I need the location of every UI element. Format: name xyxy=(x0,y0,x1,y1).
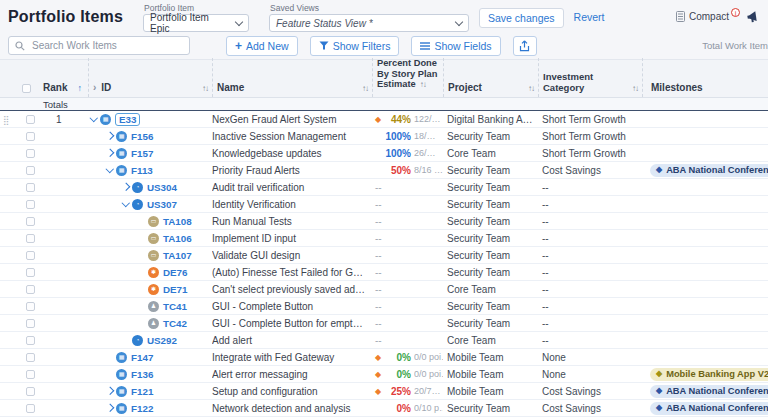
drag-handle-icon[interactable]: ⣿ xyxy=(0,115,10,125)
row-checkbox[interactable] xyxy=(26,353,35,362)
work-item-id-link[interactable]: F157 xyxy=(131,148,153,159)
table-row[interactable]: ✱DE71Can't select previously saved addre… xyxy=(0,281,768,298)
column-header-project[interactable]: Project ↑↓ xyxy=(443,58,538,97)
milestone-badge[interactable]: ◆ABA National Conference xyxy=(650,164,768,177)
row-checkbox[interactable] xyxy=(26,115,35,124)
work-item-id-link[interactable]: F122 xyxy=(131,403,153,414)
column-header-id[interactable]: ›ID ↑↓ xyxy=(88,58,212,97)
table-row[interactable]: ▦F147Integrate with Fed Gateway◆0%0/0 po… xyxy=(0,349,768,366)
expand-chevron-slot[interactable] xyxy=(104,388,116,394)
row-checkbox[interactable] xyxy=(26,200,35,209)
work-item-id-link[interactable]: DE76 xyxy=(163,267,188,278)
row-checkbox[interactable] xyxy=(26,319,35,328)
table-row[interactable]: ▭TA107Validate GUI design--Security Team… xyxy=(0,247,768,264)
row-checkbox[interactable] xyxy=(26,336,35,345)
save-changes-button[interactable]: Save changes xyxy=(479,8,564,28)
expand-chevron-icon[interactable] xyxy=(106,387,114,395)
expand-chevron-slot[interactable] xyxy=(120,202,132,206)
expand-chevron-icon[interactable] xyxy=(90,114,98,122)
show-filters-button[interactable]: Show Filters xyxy=(310,36,400,56)
saved-views-select[interactable]: Feature Status View * xyxy=(269,14,469,32)
milestone-badge[interactable]: ◆ABA National Conference xyxy=(650,385,768,398)
row-checkbox[interactable] xyxy=(26,404,35,413)
column-header-investment-category[interactable]: Investment Category↑↓ xyxy=(538,58,642,97)
work-item-id-link[interactable]: F113 xyxy=(131,165,153,176)
row-checkbox[interactable] xyxy=(26,132,35,141)
row-checkbox[interactable] xyxy=(26,183,35,192)
work-item-id-link[interactable]: TA108 xyxy=(163,216,192,227)
work-item-id-link[interactable]: F156 xyxy=(131,131,153,142)
work-item-id-link[interactable]: F147 xyxy=(131,352,153,363)
expand-chevron-icon[interactable] xyxy=(106,132,114,140)
table-row[interactable]: ◔US292Add alert--Core Team-- xyxy=(0,332,768,349)
expand-chevron-slot[interactable] xyxy=(104,168,116,172)
table-row[interactable]: ▦F121Setup and configuration◆25%20/7…Mob… xyxy=(0,383,768,400)
table-row[interactable]: ⣿1▦E33NexGen Fraud Alert System◆44%122/…… xyxy=(0,111,768,128)
expand-all-icon[interactable]: › xyxy=(93,82,96,93)
revert-link[interactable]: Revert xyxy=(574,3,605,23)
table-row[interactable]: ▦F157Knowledgebase updates100%26/…Core T… xyxy=(0,145,768,162)
work-item-id-link[interactable]: DE71 xyxy=(163,284,188,295)
row-checkbox[interactable] xyxy=(26,234,35,243)
expand-chevron-slot[interactable] xyxy=(104,133,116,139)
column-header-milestones[interactable]: Milestones xyxy=(642,58,768,97)
row-checkbox[interactable] xyxy=(26,251,35,260)
sort-toggle-icon[interactable]: ↑↓ xyxy=(420,80,426,89)
row-checkbox[interactable] xyxy=(26,370,35,379)
work-item-id-link[interactable]: TA107 xyxy=(163,250,192,261)
sort-toggle-icon[interactable]: ↑↓ xyxy=(632,84,638,93)
expand-chevron-icon[interactable] xyxy=(106,165,114,173)
expand-chevron-icon[interactable] xyxy=(106,404,114,412)
table-row[interactable]: ✱DE76(Auto) Finesse Test Failed for GUI … xyxy=(0,264,768,281)
expand-chevron-slot[interactable] xyxy=(104,150,116,156)
table-row[interactable]: ♟TC41GUI - Complete Button--Security Tea… xyxy=(0,298,768,315)
megaphone-icon[interactable] xyxy=(746,9,761,24)
export-button[interactable] xyxy=(513,36,537,56)
work-item-id-link[interactable]: E33 xyxy=(115,113,140,126)
work-item-id-link[interactable]: F121 xyxy=(131,386,153,397)
expand-chevron-icon[interactable] xyxy=(122,183,130,191)
row-checkbox[interactable] xyxy=(26,217,35,226)
select-all-checkbox[interactable] xyxy=(22,84,31,93)
work-item-id-link[interactable]: TC41 xyxy=(163,301,187,312)
milestone-badge[interactable]: ◆Mobile Banking App V2 GA xyxy=(650,368,768,381)
expand-chevron-slot[interactable] xyxy=(104,405,116,411)
table-row[interactable]: ◔US307Identity Verification--Security Te… xyxy=(0,196,768,213)
sort-toggle-icon[interactable]: ↑↓ xyxy=(202,84,208,93)
expand-chevron-icon[interactable] xyxy=(122,199,130,207)
add-new-button[interactable]: + Add New xyxy=(226,36,298,56)
show-fields-button[interactable]: Show Fields xyxy=(411,36,500,56)
table-row[interactable]: ▭TA108Run Manual Tests--Security Team-- xyxy=(0,213,768,230)
work-item-id-link[interactable]: TC42 xyxy=(163,318,187,329)
expand-chevron-slot[interactable] xyxy=(120,184,132,190)
compact-toggle[interactable]: Compact i xyxy=(676,11,740,22)
work-item-id-link[interactable]: F136 xyxy=(131,369,153,380)
work-item-id-link[interactable]: US304 xyxy=(147,182,177,193)
work-item-id-link[interactable]: TA106 xyxy=(163,233,192,244)
search-input[interactable] xyxy=(30,39,183,52)
sort-toggle-icon[interactable]: ↑↓ xyxy=(528,84,534,93)
column-header-rank[interactable]: Rank ↑ xyxy=(42,82,88,97)
sort-ascending-icon[interactable]: ↑ xyxy=(77,83,82,93)
table-row[interactable]: ▭TA106Implement ID input--Security Team-… xyxy=(0,230,768,247)
sort-toggle-icon[interactable]: ↑↓ xyxy=(362,84,368,93)
expand-chevron-slot[interactable] xyxy=(88,117,100,121)
row-checkbox[interactable] xyxy=(26,166,35,175)
table-row[interactable]: ▦F136Alert error messaging◆0%0/0 poi…Mob… xyxy=(0,366,768,383)
row-checkbox[interactable] xyxy=(26,387,35,396)
row-checkbox[interactable] xyxy=(26,285,35,294)
row-checkbox[interactable] xyxy=(26,268,35,277)
portfolio-item-select[interactable]: Portfolio Item Epic xyxy=(143,14,249,32)
row-checkbox[interactable] xyxy=(26,149,35,158)
table-row[interactable]: ▦F113Priority Fraud Alerts50%8/16 …Secur… xyxy=(0,162,768,179)
table-row[interactable]: ▦F122Network detection and analysis0%0/1… xyxy=(0,400,768,417)
work-item-id-link[interactable]: US292 xyxy=(147,335,177,346)
milestone-badge[interactable]: ◆ABA National Conference xyxy=(650,402,768,415)
work-item-id-link[interactable]: US307 xyxy=(147,199,177,210)
table-row[interactable]: ▦F156Inactive Session Management100%18/…… xyxy=(0,128,768,145)
column-header-name[interactable]: Name ↑↓ xyxy=(212,58,372,97)
expand-chevron-icon[interactable] xyxy=(106,149,114,157)
table-row[interactable]: ◔US304Audit trail verification--Security… xyxy=(0,179,768,196)
column-header-percent-done[interactable]: Percent Done By Story Plan Estimate↑↓ xyxy=(372,58,443,97)
table-row[interactable]: ♟TC42GUI - Complete Button for empty pro… xyxy=(0,315,768,332)
